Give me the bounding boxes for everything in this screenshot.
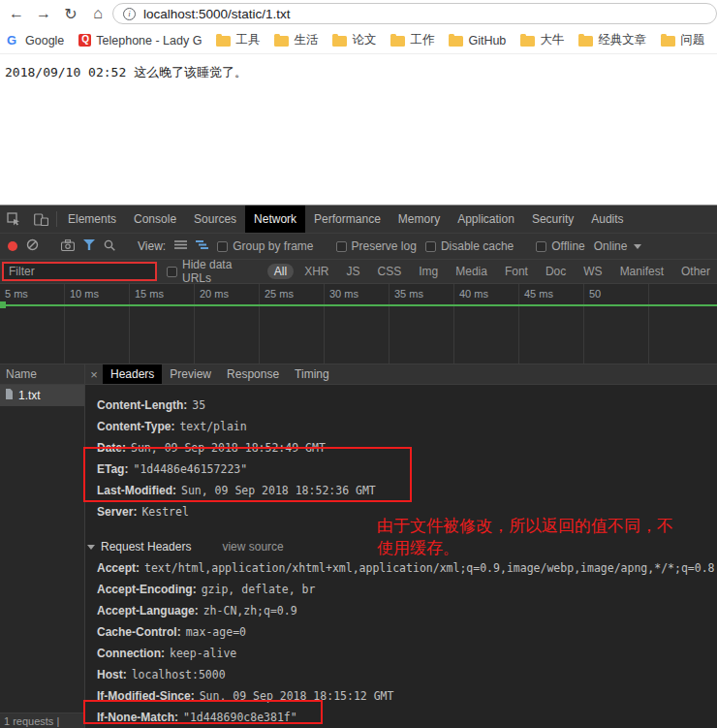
type-filter-pill[interactable]: CSS: [371, 264, 409, 279]
bookmark-item[interactable]: 论文: [332, 32, 376, 48]
bookmark-item[interactable]: 工作: [390, 32, 434, 48]
devtools-tab[interactable]: Audits: [582, 206, 632, 233]
type-filter-pill[interactable]: WS: [577, 264, 608, 279]
devtools-tab[interactable]: Sources: [185, 206, 245, 233]
header-value: 35: [192, 398, 205, 412]
bookmark-item[interactable]: 工具: [216, 32, 260, 48]
devtools-tab-label: Security: [532, 212, 574, 226]
bookmark-item[interactable]: 经典文章: [578, 32, 646, 48]
header-key: Server: [97, 505, 137, 519]
devtools-tab[interactable]: Security: [523, 206, 582, 233]
detail-tab[interactable]: Preview: [162, 364, 219, 384]
header-value: Sun, 09 Sep 2018 18:52:49 GMT: [131, 441, 326, 455]
record-icon[interactable]: [8, 241, 17, 251]
header-value: text/html,application/xhtml+xml,applicat…: [144, 561, 715, 575]
bookmark-item[interactable]: GitHub: [449, 34, 506, 47]
checkbox-icon[interactable]: [425, 241, 436, 252]
checkbox-icon[interactable]: [336, 241, 347, 252]
bookmark-label: GitHub: [468, 34, 506, 47]
large-rows-toggle-icon[interactable]: [174, 239, 187, 253]
bookmark-label: 论文: [352, 32, 376, 48]
close-icon[interactable]: ×: [85, 364, 103, 384]
requests-summary-text: 1 requests |: [4, 715, 59, 727]
detail-tab[interactable]: Headers: [103, 364, 162, 384]
screenshot-camera-icon[interactable]: [61, 239, 75, 254]
bookmark-favicon-icon: [6, 34, 20, 47]
address-bar[interactable]: i localhost:5000/static/1.txt: [112, 3, 717, 24]
type-filter-pill[interactable]: Other: [674, 264, 717, 279]
timeline-tick-label: 10 ms: [70, 288, 99, 300]
header-value: "1d4486e46157223": [133, 462, 247, 476]
clear-icon[interactable]: [26, 238, 39, 254]
requests-list: 1.txt: [0, 385, 84, 406]
checkbox-icon[interactable]: [536, 241, 546, 252]
page-content: 2018/09/10 02:52 这么晚了该睡觉了。: [0, 54, 717, 205]
home-button[interactable]: ⌂: [85, 2, 110, 25]
hide-data-urls-checkbox[interactable]: Hide data URLs: [167, 258, 258, 285]
type-filter-pill[interactable]: Img: [412, 264, 445, 279]
type-filter-pill[interactable]: Manifest: [613, 264, 670, 279]
devtools-tab[interactable]: Application: [449, 206, 523, 233]
bookmark-item[interactable]: 生活: [274, 32, 318, 48]
timeline-tick: 40 ms: [454, 284, 519, 364]
reload-button[interactable]: ↻: [58, 2, 83, 25]
header-value: Sun, 09 Sep 2018 18:15:12 GMT: [200, 689, 394, 703]
overview-green-line: [0, 304, 717, 306]
throttling-dropdown[interactable]: Online: [594, 239, 642, 253]
devtools-tab[interactable]: Console: [125, 206, 185, 233]
checkbox-icon[interactable]: [167, 267, 177, 277]
detail-tab[interactable]: Timing: [287, 364, 337, 384]
type-filter-pill[interactable]: XHR: [297, 264, 335, 279]
preserve-log-checkbox[interactable]: Preserve log: [336, 239, 417, 253]
type-filter-pill[interactable]: Font: [498, 264, 535, 279]
search-icon[interactable]: [104, 239, 115, 254]
devtools-tab[interactable]: Network: [245, 206, 305, 233]
bookmark-item[interactable]: 问题: [661, 32, 704, 48]
preserve-log-label: Preserve log: [352, 239, 417, 253]
forward-button[interactable]: →: [31, 2, 56, 25]
timeline-tick-label: 30 ms: [329, 288, 358, 300]
disable-cache-checkbox[interactable]: Disable cache: [425, 239, 514, 253]
filter-input[interactable]: [2, 262, 157, 281]
bookmark-favicon-icon: [578, 36, 593, 47]
bookmark-item[interactable]: 大牛: [520, 32, 564, 48]
requests-name-header[interactable]: Name: [0, 364, 84, 385]
inspect-element-icon[interactable]: [0, 206, 27, 233]
view-source-link[interactable]: view source: [222, 540, 283, 554]
type-filter-pill[interactable]: Doc: [539, 264, 573, 279]
detail-tab-label: Preview: [170, 367, 211, 381]
header-value: gzip, deflate, br: [202, 583, 316, 596]
device-toolbar-icon[interactable]: [27, 206, 54, 233]
back-button[interactable]: ←: [4, 2, 29, 25]
devtools-tab[interactable]: Performance: [305, 206, 390, 233]
request-row[interactable]: 1.txt: [0, 385, 84, 406]
bookmark-item[interactable]: Telephone - Lady G: [78, 34, 202, 47]
detail-tabs: Headers Preview Response: [103, 364, 337, 384]
page-info-icon[interactable]: i: [123, 8, 136, 20]
detail-tab-label: Timing: [295, 367, 329, 381]
header-line: Last-ModifiedSun, 09 Sep 2018 18:52:36 G…: [85, 480, 717, 501]
group-by-frame-checkbox[interactable]: Group by frame: [217, 239, 313, 253]
network-filter-bar: Hide data URLs All XHR JS CSS Img Media …: [0, 260, 717, 284]
type-filter-pill[interactable]: All: [267, 264, 294, 279]
header-line: ETag"1d4486e46157223": [85, 459, 717, 480]
devtools-tab[interactable]: Elements: [59, 206, 125, 233]
header-key: Connection: [97, 647, 165, 660]
bookmark-label: 工作: [410, 32, 434, 48]
timeline-tick: 10 ms: [65, 284, 130, 364]
detail-tab[interactable]: Response: [219, 364, 287, 384]
request-headers-section-header[interactable]: Request Headers view source: [85, 536, 717, 557]
offline-checkbox[interactable]: Offline: [536, 239, 584, 253]
offline-label: Offline: [551, 239, 584, 253]
type-filter-pill[interactable]: JS: [340, 264, 367, 279]
network-overview-timeline[interactable]: 5 ms 10 ms 15 ms 20 ms 25 ms: [0, 284, 717, 364]
bookmark-item[interactable]: Google: [6, 34, 64, 47]
filter-funnel-icon[interactable]: [83, 239, 95, 253]
overview-toggle-icon[interactable]: [196, 239, 208, 253]
devtools-tab[interactable]: Memory: [390, 206, 449, 233]
bookmarks-bar: Google Telephone - Lady G 工具 生活 论文: [0, 27, 717, 54]
type-filter-pill[interactable]: Media: [449, 264, 494, 279]
checkbox-icon[interactable]: [217, 241, 228, 252]
header-value: zh-CN,zh;q=0.9: [203, 604, 297, 617]
timeline-tick: 45 ms: [519, 284, 584, 364]
